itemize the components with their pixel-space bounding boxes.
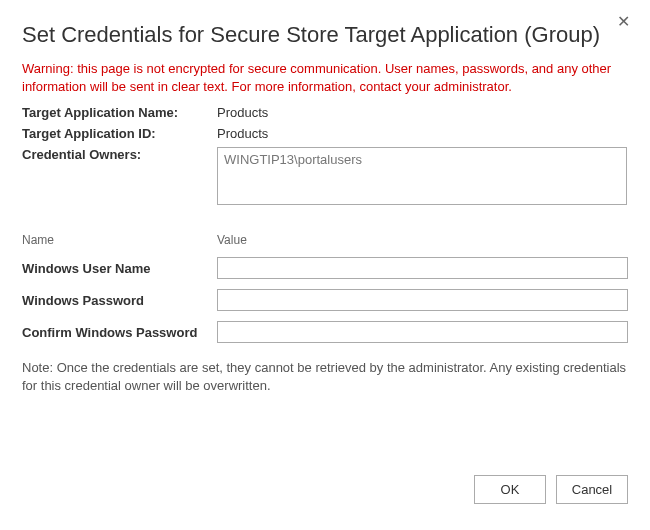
password-row: Windows Password (22, 289, 628, 311)
column-value-header: Value (217, 233, 628, 247)
button-row: OK Cancel (474, 475, 628, 504)
columns-header: Name Value (22, 233, 628, 247)
cancel-button[interactable]: Cancel (556, 475, 628, 504)
username-input[interactable] (217, 257, 628, 279)
note-text: Note: Once the credentials are set, they… (22, 359, 628, 395)
app-id-value: Products (217, 126, 268, 141)
owners-row: Credential Owners: WINGTIP13\portalusers (22, 147, 628, 205)
confirm-password-label: Confirm Windows Password (22, 325, 217, 340)
credentials-dialog: ✕ Set Credentials for Secure Store Targe… (0, 0, 650, 530)
app-id-row: Target Application ID: Products (22, 126, 628, 141)
ok-button[interactable]: OK (474, 475, 546, 504)
dialog-title: Set Credentials for Secure Store Target … (22, 22, 628, 48)
app-id-label: Target Application ID: (22, 126, 217, 141)
credential-owners-field[interactable]: WINGTIP13\portalusers (217, 147, 627, 205)
username-label: Windows User Name (22, 261, 217, 276)
app-name-label: Target Application Name: (22, 105, 217, 120)
password-input[interactable] (217, 289, 628, 311)
confirm-password-row: Confirm Windows Password (22, 321, 628, 343)
close-icon[interactable]: ✕ (617, 14, 630, 30)
column-name-header: Name (22, 233, 217, 247)
owners-label: Credential Owners: (22, 147, 217, 162)
username-row: Windows User Name (22, 257, 628, 279)
app-name-value: Products (217, 105, 268, 120)
warning-text: Warning: this page is not encrypted for … (22, 60, 628, 95)
app-name-row: Target Application Name: Products (22, 105, 628, 120)
password-label: Windows Password (22, 293, 217, 308)
confirm-password-input[interactable] (217, 321, 628, 343)
